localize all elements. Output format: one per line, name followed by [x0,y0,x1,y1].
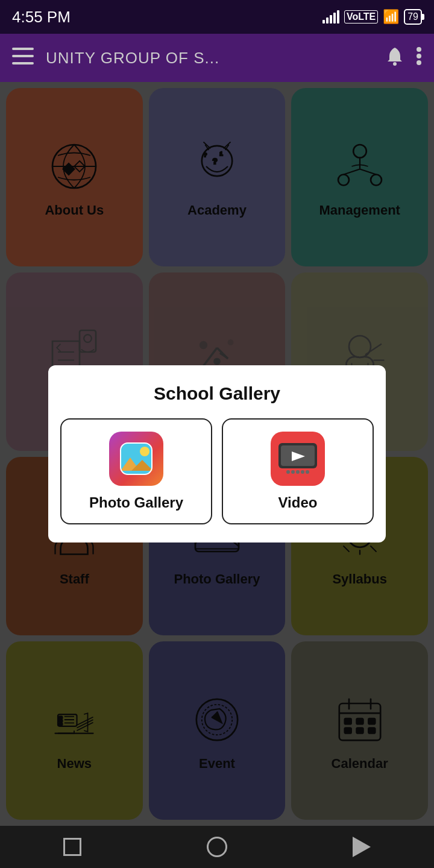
battery-icon: 79 [404,9,422,25]
back-icon [353,837,371,857]
bell-icon[interactable] [386,46,404,70]
hamburger-icon[interactable] [12,48,34,69]
video-option-icon [271,432,325,486]
back-button[interactable] [347,832,377,862]
photo-gallery-option-label: Photo Gallery [89,494,183,511]
bottom-nav [0,826,434,868]
svg-rect-1 [12,55,34,57]
dialog-overlay: School Gallery [0,82,434,826]
school-gallery-dialog: School Gallery [48,365,386,542]
dialog-options: Photo Gallery [60,418,374,524]
wifi-icon: 📶 [383,9,399,25]
svg-point-65 [296,470,300,474]
app-bar-title: UNITY GROUP OF S... [46,49,374,68]
video-option[interactable]: Video [222,418,374,524]
battery-level: 79 [407,11,418,22]
video-option-label: Video [278,494,318,511]
home-button[interactable] [202,832,232,862]
status-time: 4:55 PM [12,8,71,27]
photo-gallery-option[interactable]: Photo Gallery [60,418,212,524]
svg-point-3 [393,62,397,66]
signal-bars-icon [322,10,339,24]
svg-point-56 [140,447,149,456]
home-icon [207,837,227,857]
status-bar: 4:55 PM VoLTE 📶 79 [0,0,434,34]
stop-icon [63,838,81,856]
app-bar: UNITY GROUP OF S... [0,34,434,82]
svg-point-64 [291,470,295,474]
svg-point-67 [306,470,309,474]
svg-point-4 [417,47,421,52]
svg-point-63 [286,470,290,474]
svg-rect-0 [12,48,34,50]
status-icons: VoLTE 📶 79 [322,9,422,25]
lte-icon: VoLTE [344,10,378,24]
svg-point-6 [417,60,421,65]
svg-point-5 [417,54,421,58]
more-icon[interactable] [416,46,422,70]
stop-button[interactable] [57,832,87,862]
main-grid: About Us ? 1 ? Academy Management [0,82,434,826]
photo-gallery-option-icon [109,432,163,486]
svg-rect-2 [12,62,34,64]
dialog-title: School Gallery [60,383,374,404]
svg-point-66 [301,470,304,474]
